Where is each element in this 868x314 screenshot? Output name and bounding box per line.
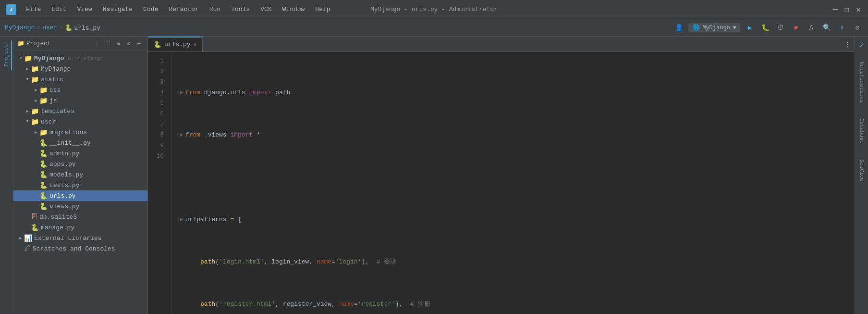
- tab-more-button[interactable]: ⋮: [841, 40, 855, 48]
- token-comma2-6: ,: [331, 299, 339, 310]
- tree-item-admin[interactable]: ▶ 🐍 admin.py: [13, 148, 147, 159]
- tree-item-user[interactable]: ▼ 📁 user: [13, 116, 147, 127]
- update-button[interactable]: ⬆: [836, 22, 848, 34]
- folder-icon-migrations: 📁: [39, 128, 48, 137]
- menu-file[interactable]: File: [24, 5, 43, 14]
- maximize-button[interactable]: ❐: [843, 6, 851, 13]
- tree-item-extlibs[interactable]: ▶ 📊 External Libraries: [13, 233, 147, 243]
- token-path-1: path: [271, 88, 290, 98]
- panel-minimize-icon[interactable]: —: [135, 39, 144, 48]
- panel-list-icon[interactable]: ☰: [103, 39, 112, 48]
- code-line-2: ▶ from .views import *: [180, 130, 855, 140]
- menu-vcs[interactable]: VCS: [258, 5, 273, 14]
- tree-item-migrations[interactable]: ▶ 📁 migrations: [13, 127, 147, 138]
- menu-view[interactable]: View: [75, 5, 94, 14]
- tree-item-js[interactable]: ▶ 📁 js: [13, 95, 147, 106]
- tree-label-apps: apps.py: [49, 161, 76, 168]
- tree-item-urls[interactable]: ▶ 🐍 urls.py: [13, 190, 147, 201]
- token-close-6: ),: [395, 299, 403, 310]
- menu-refactor[interactable]: Refactor: [167, 5, 200, 14]
- notifications-tab[interactable]: Notifications: [857, 58, 867, 107]
- panel-settings-icon[interactable]: ⚙: [124, 39, 133, 48]
- minimize-button[interactable]: —: [831, 6, 839, 13]
- folder-icon-root: 📁: [24, 54, 32, 63]
- token-fn-5: path: [200, 257, 215, 267]
- menu-edit[interactable]: Edit: [49, 5, 68, 14]
- fold-mark-4: ▶: [180, 214, 183, 225]
- code-content[interactable]: ▶ from django.urls import path ▶ from .v…: [172, 52, 855, 314]
- tree-item-init[interactable]: ▶ 🐍 __init__.py: [13, 138, 147, 148]
- tree-item-models[interactable]: ▶ 🐍 models.py: [13, 169, 147, 180]
- token-paren-6: (: [215, 299, 219, 310]
- editor-area: 🐍 urls.py ✕ ⋮ 1 2 3 4 5 6 7 8 9 10: [148, 37, 855, 314]
- tab-close-button[interactable]: ✕: [194, 41, 197, 48]
- settings-button[interactable]: ⚙: [852, 22, 863, 34]
- sciview-tab[interactable]: SciView: [857, 155, 867, 185]
- window-controls: — ❐ ✕: [831, 6, 862, 13]
- run-config-label: MyDjango: [702, 25, 730, 31]
- panel-add-icon[interactable]: +: [93, 39, 101, 48]
- menu-run[interactable]: Run: [208, 5, 222, 14]
- tree-label-migrations: migrations: [49, 129, 87, 136]
- run-button[interactable]: ▶: [744, 22, 756, 34]
- py-icon-models: 🐍: [39, 171, 48, 179]
- token-var-6: register_view: [283, 299, 331, 310]
- notification-check-icon[interactable]: ✓: [859, 40, 864, 50]
- menu-window[interactable]: Window: [281, 5, 307, 14]
- code-editor: 1 2 3 4 5 6 7 8 9 10 ▶ from django.urls …: [148, 52, 855, 314]
- folder-icon-js: 📁: [39, 97, 48, 105]
- tree-item-css[interactable]: ▶ 📁 css: [13, 85, 147, 95]
- profile-button[interactable]: ⏱: [775, 22, 786, 34]
- menu-code[interactable]: Code: [141, 5, 160, 14]
- line-num-2: 2: [148, 66, 168, 77]
- breadcrumb: MyDjango › user › 🐍urls.py: [5, 24, 100, 32]
- code-line-6: ▶ path ( 'register.html' , register_view…: [180, 299, 855, 310]
- tree-item-views[interactable]: ▶ 🐍 views.py: [13, 201, 147, 212]
- tree-label-db: db.sqlite3: [39, 214, 77, 221]
- panel-collapse-icon[interactable]: ≡: [114, 39, 122, 48]
- stop-button[interactable]: ■: [790, 22, 802, 34]
- tree-label-css: css: [49, 87, 61, 94]
- tree-item-mydjango[interactable]: ▶ 📁 MyDjango: [13, 63, 147, 74]
- tree-item-root[interactable]: ▼ 📁 MyDjango D:\MyDjango: [13, 53, 147, 63]
- line-num-3: 3: [148, 77, 168, 88]
- title-bar-right: — ❐ ✕: [831, 6, 862, 13]
- menu-help[interactable]: Help: [313, 5, 332, 14]
- token-comma2-5: ,: [309, 257, 317, 267]
- search-button[interactable]: 🔍: [821, 22, 832, 34]
- run-config[interactable]: 🌐 MyDjango ▼: [688, 23, 740, 32]
- tree-label-models: models.py: [49, 171, 83, 178]
- tree-label-user: user: [41, 118, 56, 126]
- editor-tab-urls[interactable]: 🐍 urls.py ✕: [148, 37, 203, 51]
- panel-header-icons: + ☰ ≡ ⚙ —: [93, 39, 144, 48]
- menu-tools[interactable]: Tools: [229, 5, 252, 14]
- py-icon-tests: 🐍: [39, 181, 48, 189]
- line-num-7: 7: [148, 119, 168, 130]
- folder-icon-mydjango: 📁: [31, 65, 39, 73]
- window-title: MyDjango - urls.py - Administrator: [370, 6, 498, 13]
- tree-item-db[interactable]: ▶ 🗄 db.sqlite3: [13, 212, 147, 222]
- tree-item-static[interactable]: ▼ 📁 static: [13, 74, 147, 85]
- tree-label-js: js: [49, 97, 57, 104]
- tree-label-tests: tests.py: [49, 182, 79, 189]
- breadcrumb-project[interactable]: MyDjango: [5, 24, 35, 31]
- database-tab[interactable]: Database: [857, 114, 867, 148]
- folder-icon-templates: 📁: [31, 107, 39, 115]
- translate-button[interactable]: A: [806, 22, 817, 34]
- tree-item-scratches[interactable]: ▶ 🖊 Scratches and Consoles: [13, 243, 147, 254]
- project-tab[interactable]: Project: [1, 40, 12, 70]
- debug-button[interactable]: 🐛: [759, 22, 771, 34]
- tree-item-manage[interactable]: ▶ 🐍 manage.py: [13, 222, 147, 233]
- code-line-5: ▶ path ( 'login.html' , login_view , nam…: [180, 257, 855, 267]
- tree-label-views: views.py: [49, 203, 79, 210]
- breadcrumb-sep-2: ›: [59, 24, 63, 31]
- user-icon[interactable]: 👤: [673, 22, 685, 34]
- tree-item-apps[interactable]: ▶ 🐍 apps.py: [13, 159, 147, 169]
- close-button[interactable]: ✕: [855, 6, 862, 13]
- menu-navigate[interactable]: Navigate: [101, 5, 134, 14]
- extlibs-icon: 📊: [24, 234, 32, 242]
- toolbar-right: 👤 🌐 MyDjango ▼ ▶ 🐛 ⏱ ■ A 🔍 ⬆ ⚙: [673, 22, 863, 34]
- tree-item-tests[interactable]: ▶ 🐍 tests.py: [13, 180, 147, 190]
- breadcrumb-folder[interactable]: user: [42, 24, 57, 31]
- tree-item-templates[interactable]: ▶ 📁 templates: [13, 106, 147, 116]
